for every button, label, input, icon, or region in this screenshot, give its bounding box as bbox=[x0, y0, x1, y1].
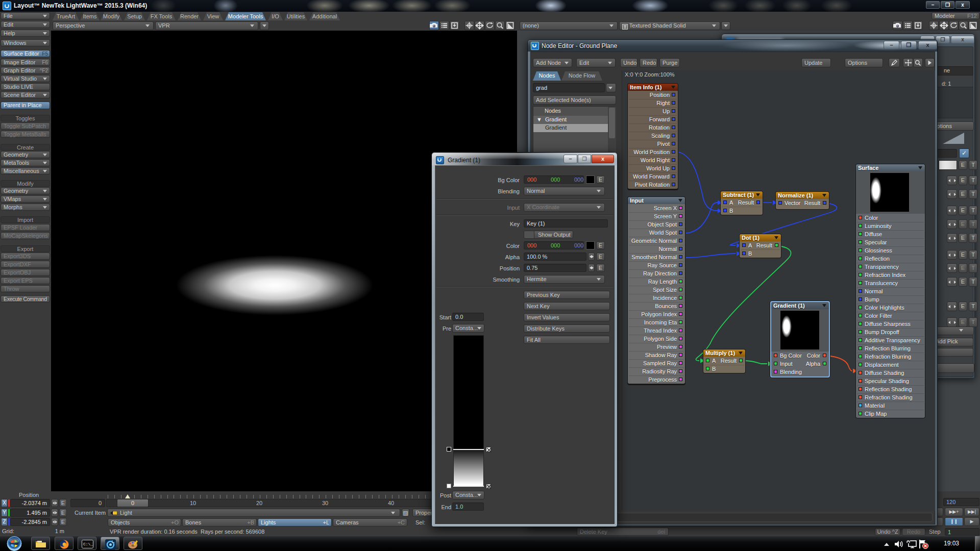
svg-text:C:\_: C:\_ bbox=[83, 542, 93, 546]
